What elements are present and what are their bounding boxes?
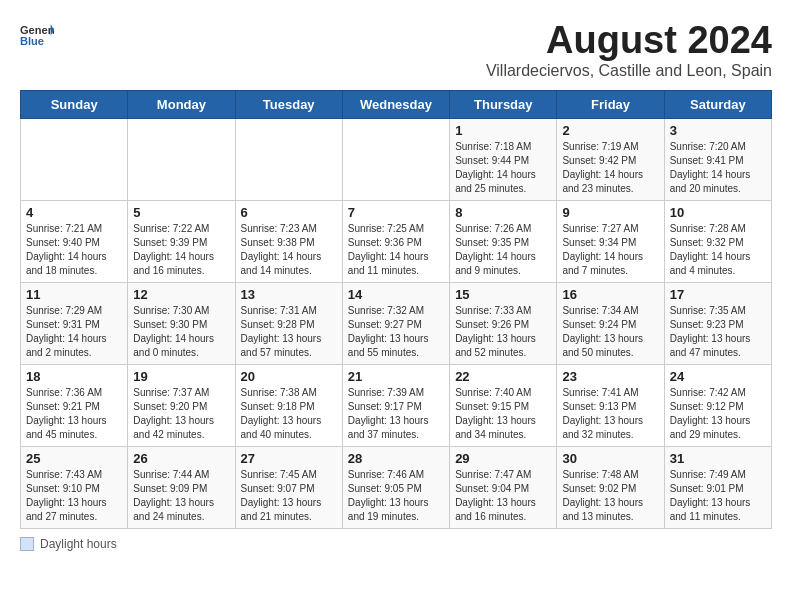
week-row-3: 11Sunrise: 7:29 AMSunset: 9:31 PMDayligh… bbox=[21, 282, 772, 364]
day-cell: 28Sunrise: 7:46 AMSunset: 9:05 PMDayligh… bbox=[342, 446, 449, 528]
calendar-table: SundayMondayTuesdayWednesdayThursdayFrid… bbox=[20, 90, 772, 529]
day-cell: 16Sunrise: 7:34 AMSunset: 9:24 PMDayligh… bbox=[557, 282, 664, 364]
day-info: Sunrise: 7:21 AMSunset: 9:40 PMDaylight:… bbox=[26, 222, 122, 278]
day-number: 26 bbox=[133, 451, 229, 466]
day-number: 19 bbox=[133, 369, 229, 384]
day-cell bbox=[235, 118, 342, 200]
day-number: 28 bbox=[348, 451, 444, 466]
day-cell: 13Sunrise: 7:31 AMSunset: 9:28 PMDayligh… bbox=[235, 282, 342, 364]
day-cell: 11Sunrise: 7:29 AMSunset: 9:31 PMDayligh… bbox=[21, 282, 128, 364]
day-number: 21 bbox=[348, 369, 444, 384]
day-number: 4 bbox=[26, 205, 122, 220]
day-info: Sunrise: 7:20 AMSunset: 9:41 PMDaylight:… bbox=[670, 140, 766, 196]
footer-note: Daylight hours bbox=[20, 537, 772, 551]
day-cell: 15Sunrise: 7:33 AMSunset: 9:26 PMDayligh… bbox=[450, 282, 557, 364]
day-cell: 18Sunrise: 7:36 AMSunset: 9:21 PMDayligh… bbox=[21, 364, 128, 446]
day-number: 25 bbox=[26, 451, 122, 466]
header-cell-thursday: Thursday bbox=[450, 90, 557, 118]
day-number: 12 bbox=[133, 287, 229, 302]
svg-text:Blue: Blue bbox=[20, 35, 44, 47]
day-number: 13 bbox=[241, 287, 337, 302]
day-info: Sunrise: 7:30 AMSunset: 9:30 PMDaylight:… bbox=[133, 304, 229, 360]
day-cell: 30Sunrise: 7:48 AMSunset: 9:02 PMDayligh… bbox=[557, 446, 664, 528]
day-cell: 2Sunrise: 7:19 AMSunset: 9:42 PMDaylight… bbox=[557, 118, 664, 200]
day-cell: 8Sunrise: 7:26 AMSunset: 9:35 PMDaylight… bbox=[450, 200, 557, 282]
day-cell: 29Sunrise: 7:47 AMSunset: 9:04 PMDayligh… bbox=[450, 446, 557, 528]
day-cell: 1Sunrise: 7:18 AMSunset: 9:44 PMDaylight… bbox=[450, 118, 557, 200]
logo-svg: General Blue bbox=[20, 20, 54, 50]
day-number: 31 bbox=[670, 451, 766, 466]
day-number: 8 bbox=[455, 205, 551, 220]
day-cell: 26Sunrise: 7:44 AMSunset: 9:09 PMDayligh… bbox=[128, 446, 235, 528]
day-info: Sunrise: 7:47 AMSunset: 9:04 PMDaylight:… bbox=[455, 468, 551, 524]
day-info: Sunrise: 7:22 AMSunset: 9:39 PMDaylight:… bbox=[133, 222, 229, 278]
day-info: Sunrise: 7:40 AMSunset: 9:15 PMDaylight:… bbox=[455, 386, 551, 442]
day-cell: 20Sunrise: 7:38 AMSunset: 9:18 PMDayligh… bbox=[235, 364, 342, 446]
day-info: Sunrise: 7:49 AMSunset: 9:01 PMDaylight:… bbox=[670, 468, 766, 524]
header-cell-sunday: Sunday bbox=[21, 90, 128, 118]
day-number: 24 bbox=[670, 369, 766, 384]
day-number: 30 bbox=[562, 451, 658, 466]
header-cell-tuesday: Tuesday bbox=[235, 90, 342, 118]
day-info: Sunrise: 7:25 AMSunset: 9:36 PMDaylight:… bbox=[348, 222, 444, 278]
day-cell: 12Sunrise: 7:30 AMSunset: 9:30 PMDayligh… bbox=[128, 282, 235, 364]
header-row: SundayMondayTuesdayWednesdayThursdayFrid… bbox=[21, 90, 772, 118]
day-info: Sunrise: 7:39 AMSunset: 9:17 PMDaylight:… bbox=[348, 386, 444, 442]
day-cell: 23Sunrise: 7:41 AMSunset: 9:13 PMDayligh… bbox=[557, 364, 664, 446]
day-info: Sunrise: 7:36 AMSunset: 9:21 PMDaylight:… bbox=[26, 386, 122, 442]
day-info: Sunrise: 7:29 AMSunset: 9:31 PMDaylight:… bbox=[26, 304, 122, 360]
day-info: Sunrise: 7:48 AMSunset: 9:02 PMDaylight:… bbox=[562, 468, 658, 524]
header-cell-friday: Friday bbox=[557, 90, 664, 118]
title-area: August 2024 Villardeciervos, Castille an… bbox=[486, 20, 772, 80]
day-cell: 25Sunrise: 7:43 AMSunset: 9:10 PMDayligh… bbox=[21, 446, 128, 528]
svg-text:General: General bbox=[20, 24, 54, 36]
day-info: Sunrise: 7:35 AMSunset: 9:23 PMDaylight:… bbox=[670, 304, 766, 360]
day-cell: 17Sunrise: 7:35 AMSunset: 9:23 PMDayligh… bbox=[664, 282, 771, 364]
week-row-1: 1Sunrise: 7:18 AMSunset: 9:44 PMDaylight… bbox=[21, 118, 772, 200]
day-number: 9 bbox=[562, 205, 658, 220]
day-number: 17 bbox=[670, 287, 766, 302]
day-info: Sunrise: 7:19 AMSunset: 9:42 PMDaylight:… bbox=[562, 140, 658, 196]
day-number: 15 bbox=[455, 287, 551, 302]
day-cell bbox=[128, 118, 235, 200]
day-info: Sunrise: 7:41 AMSunset: 9:13 PMDaylight:… bbox=[562, 386, 658, 442]
day-cell: 6Sunrise: 7:23 AMSunset: 9:38 PMDaylight… bbox=[235, 200, 342, 282]
day-info: Sunrise: 7:43 AMSunset: 9:10 PMDaylight:… bbox=[26, 468, 122, 524]
day-cell bbox=[21, 118, 128, 200]
day-cell: 3Sunrise: 7:20 AMSunset: 9:41 PMDaylight… bbox=[664, 118, 771, 200]
day-info: Sunrise: 7:46 AMSunset: 9:05 PMDaylight:… bbox=[348, 468, 444, 524]
day-cell: 22Sunrise: 7:40 AMSunset: 9:15 PMDayligh… bbox=[450, 364, 557, 446]
day-number: 29 bbox=[455, 451, 551, 466]
day-cell: 27Sunrise: 7:45 AMSunset: 9:07 PMDayligh… bbox=[235, 446, 342, 528]
day-number: 27 bbox=[241, 451, 337, 466]
day-info: Sunrise: 7:26 AMSunset: 9:35 PMDaylight:… bbox=[455, 222, 551, 278]
day-info: Sunrise: 7:38 AMSunset: 9:18 PMDaylight:… bbox=[241, 386, 337, 442]
day-info: Sunrise: 7:34 AMSunset: 9:24 PMDaylight:… bbox=[562, 304, 658, 360]
day-info: Sunrise: 7:27 AMSunset: 9:34 PMDaylight:… bbox=[562, 222, 658, 278]
main-title: August 2024 bbox=[486, 20, 772, 62]
day-info: Sunrise: 7:31 AMSunset: 9:28 PMDaylight:… bbox=[241, 304, 337, 360]
day-info: Sunrise: 7:37 AMSunset: 9:20 PMDaylight:… bbox=[133, 386, 229, 442]
day-number: 18 bbox=[26, 369, 122, 384]
logo: General Blue bbox=[20, 20, 54, 50]
day-info: Sunrise: 7:28 AMSunset: 9:32 PMDaylight:… bbox=[670, 222, 766, 278]
header-cell-saturday: Saturday bbox=[664, 90, 771, 118]
week-row-5: 25Sunrise: 7:43 AMSunset: 9:10 PMDayligh… bbox=[21, 446, 772, 528]
day-cell: 14Sunrise: 7:32 AMSunset: 9:27 PMDayligh… bbox=[342, 282, 449, 364]
day-number: 23 bbox=[562, 369, 658, 384]
subtitle: Villardeciervos, Castille and Leon, Spai… bbox=[486, 62, 772, 80]
daylight-box bbox=[20, 537, 34, 551]
daylight-label: Daylight hours bbox=[40, 537, 117, 551]
day-info: Sunrise: 7:45 AMSunset: 9:07 PMDaylight:… bbox=[241, 468, 337, 524]
day-info: Sunrise: 7:23 AMSunset: 9:38 PMDaylight:… bbox=[241, 222, 337, 278]
day-number: 2 bbox=[562, 123, 658, 138]
day-number: 10 bbox=[670, 205, 766, 220]
day-info: Sunrise: 7:42 AMSunset: 9:12 PMDaylight:… bbox=[670, 386, 766, 442]
day-number: 3 bbox=[670, 123, 766, 138]
day-number: 20 bbox=[241, 369, 337, 384]
day-cell: 9Sunrise: 7:27 AMSunset: 9:34 PMDaylight… bbox=[557, 200, 664, 282]
week-row-4: 18Sunrise: 7:36 AMSunset: 9:21 PMDayligh… bbox=[21, 364, 772, 446]
day-cell: 31Sunrise: 7:49 AMSunset: 9:01 PMDayligh… bbox=[664, 446, 771, 528]
day-cell: 19Sunrise: 7:37 AMSunset: 9:20 PMDayligh… bbox=[128, 364, 235, 446]
day-cell: 10Sunrise: 7:28 AMSunset: 9:32 PMDayligh… bbox=[664, 200, 771, 282]
